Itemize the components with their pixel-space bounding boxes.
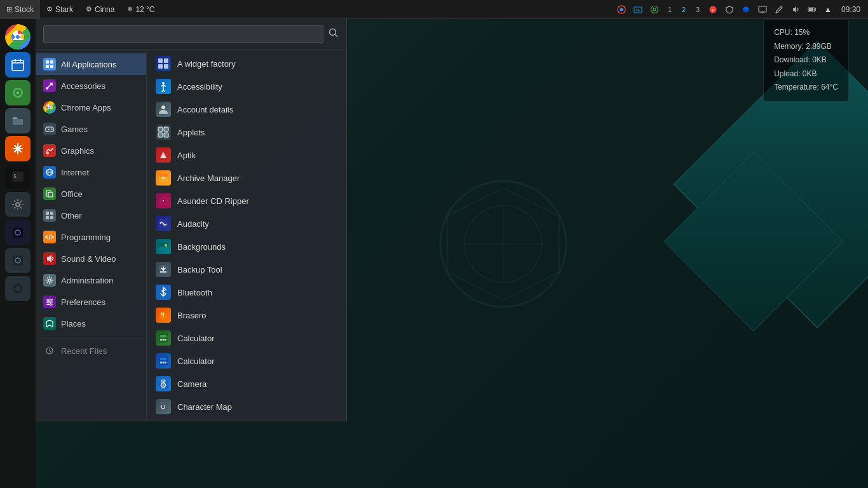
taskbar-weather[interactable]: ❄ 12 °C: [121, 0, 161, 18]
dock-terminal[interactable]: $_: [5, 164, 31, 189]
cat-programming[interactable]: Programming: [36, 226, 146, 248]
svg-rect-104: [165, 339, 166, 341]
dock-settings2[interactable]: [5, 220, 31, 245]
svg-point-19: [16, 35, 20, 39]
tray-chrome[interactable]: [614, 0, 629, 18]
search-button[interactable]: [329, 28, 339, 41]
memory-label: Memory: 2.89GB: [774, 40, 838, 54]
cat-games[interactable]: Games: [36, 118, 146, 140]
app-asunder-icon: [156, 193, 171, 208]
workspace-2[interactable]: 2: [677, 3, 690, 16]
cat-sound-video[interactable]: Sound & Video: [36, 248, 146, 269]
cat-administration[interactable]: Administration: [36, 269, 146, 291]
tray-chevron[interactable]: ▲: [821, 0, 835, 18]
cat-all-applications[interactable]: All Applications: [36, 53, 146, 75]
svg-rect-90: [162, 177, 165, 179]
app-audacity-label: Audacity: [177, 219, 209, 229]
tray-hp[interactable]: hp: [630, 0, 646, 18]
cat-accessories[interactable]: Accessories: [36, 75, 146, 97]
app-brasero-icon: [156, 308, 171, 323]
dock-settings3[interactable]: [5, 248, 31, 273]
tray-network[interactable]: [647, 0, 662, 18]
app-camera[interactable]: Camera: [147, 372, 346, 395]
workspace-1[interactable]: 1: [663, 3, 676, 16]
cat-internet-label: Internet: [61, 168, 89, 177]
svg-rect-112: [161, 380, 165, 382]
cat-office[interactable]: Office: [36, 183, 146, 205]
tray-update[interactable]: !: [705, 0, 721, 18]
app-account-label: Account details: [177, 105, 233, 114]
desktop-logo: [433, 174, 573, 314]
app-applets[interactable]: Applets: [147, 121, 346, 144]
taskbar-stock[interactable]: ⊞ Stock: [0, 0, 40, 18]
svg-point-6: [651, 6, 658, 13]
app-applets-icon: [156, 125, 171, 140]
dock-files[interactable]: [5, 108, 31, 133]
cat-programming-label: Programming: [61, 233, 111, 242]
app-account-details[interactable]: Account details: [147, 98, 346, 121]
dock-chrome[interactable]: [5, 24, 31, 50]
cat-recent-files[interactable]: Recent Files: [36, 340, 146, 362]
cat-admin-icon: [43, 274, 56, 287]
cat-preferences[interactable]: Preferences: [36, 291, 146, 313]
taskbar-cinna[interactable]: ⚙ Cinna: [79, 0, 121, 18]
app-charmap[interactable]: Ω Character Map: [147, 395, 346, 418]
svg-rect-20: [12, 60, 24, 71]
cat-chrome-apps[interactable]: Chrome Apps: [36, 97, 146, 118]
tray-screen[interactable]: [755, 0, 770, 18]
tray-battery[interactable]: [804, 0, 820, 18]
app-applets-label: Applets: [177, 128, 205, 137]
dock-calendar[interactable]: [5, 52, 31, 78]
dock-settings4[interactable]: [5, 276, 31, 301]
app-archive[interactable]: Archive Manager: [147, 166, 346, 189]
app-brasero[interactable]: Brasero: [147, 304, 346, 327]
cat-places[interactable]: Places: [36, 313, 146, 334]
svg-rect-62: [46, 216, 49, 219]
svg-point-46: [49, 107, 51, 109]
search-input[interactable]: [43, 25, 323, 43]
app-aptik[interactable]: Aptik: [147, 144, 346, 166]
svg-rect-109: [165, 362, 166, 363]
stark-icon: ⚙: [46, 5, 53, 13]
dock-warpinator[interactable]: [5, 136, 31, 161]
app-bluetooth[interactable]: Bluetooth: [147, 281, 346, 304]
tray-pen[interactable]: [771, 0, 787, 18]
app-charmap-label: Character Map: [177, 402, 232, 412]
dock-settings1[interactable]: [5, 192, 31, 217]
svg-point-43: [46, 87, 48, 90]
svg-point-7: [653, 8, 656, 11]
taskbar-stark[interactable]: ⚙ Stark: [40, 0, 79, 18]
svg-rect-39: [46, 60, 49, 64]
cat-sound-label: Sound & Video: [61, 254, 116, 264]
app-calculator-1[interactable]: Calculator: [147, 327, 346, 349]
tray-shield[interactable]: [722, 0, 737, 18]
tray-volume[interactable]: [788, 0, 803, 18]
stock-label: Stock: [15, 5, 34, 14]
app-backgrounds[interactable]: Backgrounds: [147, 235, 346, 258]
cat-graphics[interactable]: Graphics: [36, 140, 146, 161]
tray-dropbox[interactable]: [738, 0, 754, 18]
svg-point-50: [51, 128, 52, 130]
app-audacity[interactable]: Audacity: [147, 212, 346, 235]
cat-other[interactable]: Other: [36, 205, 146, 226]
cinna-label: Cinna: [95, 5, 114, 14]
categories-panel: All Applications Accessories: [36, 50, 147, 421]
app-calculator-2[interactable]: Calculator: [147, 349, 346, 372]
app-asunder[interactable]: Asunder CD Ripper: [147, 189, 346, 212]
svg-point-70: [50, 299, 51, 301]
svg-rect-59: [48, 193, 53, 197]
app-menu: All Applications Accessories: [36, 19, 347, 421]
clock[interactable]: 09:30: [836, 0, 865, 18]
dock-mint[interactable]: [5, 80, 31, 105]
app-backup[interactable]: Backup Tool: [147, 258, 346, 281]
app-brasero-label: Brasero: [177, 311, 207, 320]
cat-internet[interactable]: Internet: [36, 161, 146, 183]
app-accessibility[interactable]: Accessibility: [147, 75, 346, 98]
svg-rect-101: [160, 335, 166, 337]
app-bg-label: Backgrounds: [177, 242, 226, 252]
svg-rect-79: [164, 64, 168, 69]
svg-rect-85: [164, 133, 168, 137]
workspace-3[interactable]: 3: [691, 3, 704, 16]
app-charmap-icon: Ω: [156, 399, 171, 414]
app-widget-factory[interactable]: A widget factory: [147, 52, 346, 75]
